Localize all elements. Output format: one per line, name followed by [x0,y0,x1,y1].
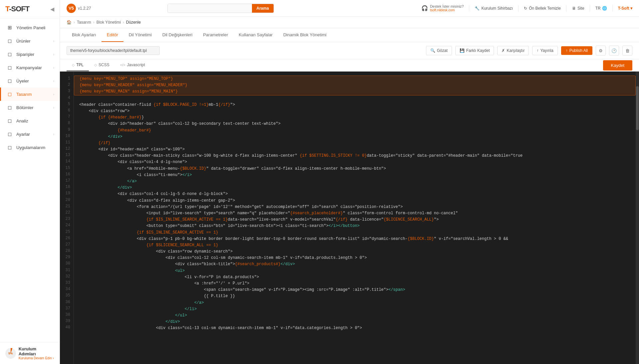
yayinla-button[interactable]: ↑ Yayınla [532,46,557,55]
sidebar-item-label: Uygulamalarım [16,145,54,150]
sidebar-item-label: Üyeler [16,79,50,84]
language-selector[interactable]: TR 🌐 [595,6,607,11]
mini-scrollbar[interactable] [636,72,639,364]
history-icon-button[interactable]: 🕐 [609,46,619,56]
chevron-right-icon: › [53,92,54,96]
tab-dil-degiskenleri[interactable]: Dil Değişkenleri [157,28,198,42]
lang-label: TR [595,6,601,11]
sidebar-item-label: Siparişler [16,52,50,57]
home-icon[interactable]: 🏠 [67,20,72,25]
breadcrumb-tasarim[interactable]: Tasarım [77,20,91,25]
wizard-icon: 🔧 [475,6,480,11]
sidebar-item-ayarlar[interactable]: ◻ Ayarlar › [0,127,60,141]
tab-parametreler[interactable]: Parametreler [198,28,233,42]
breadcrumb-sep: › [93,20,95,25]
settings-icon-button[interactable]: ⚙ [596,46,606,56]
code-content[interactable]: {menu key="MENU_TOP" assign="MENU_TOP"} … [74,72,636,364]
scrollbar-thumb[interactable] [636,86,639,130]
version-badge: V5 v1.2.27 [67,4,91,13]
setup-progress-item[interactable]: 5% Kurulum Adımları Kuruluma Devam Edin … [5,346,54,360]
sidebar-logo: T-SOFT ◀ [0,0,60,18]
support-label: Destek İster misiniz? [430,4,464,8]
search-input-wrap: Arama [167,4,274,13]
breadcrumb-current: Düzenle [126,20,141,25]
cart-icon: ◻ [6,51,13,58]
editor-page: Blok Ayarları Editör Dil Yönetimi Dil De… [60,28,639,364]
code-container[interactable]: 1234567891011121314151617181920212223242… [60,72,639,364]
breadcrumb-blok-yonetimi[interactable]: Blok Yönetimi [97,20,121,25]
setup-progress-ring: 5% [5,348,16,359]
sidebar-item-urunler[interactable]: ◻ Ürünler › [0,34,60,48]
tab-editor[interactable]: Editör [102,28,123,42]
page-content-area: 🏠 › Tasarım › Blok Yönetimi › Düzenle Bl… [60,17,639,364]
save-as-icon: 💾 [460,48,465,53]
chevron-right-icon: › [53,53,54,56]
sidebar-item-kampanyalar[interactable]: ◻ Kampanyalar › [0,61,60,74]
headset-icon: 🎧 [421,5,428,11]
sidebar-item-label: Ürünler [16,39,50,44]
cache-clear-button[interactable]: ↻ Ön Bellek Temizle [524,6,561,11]
tab-dinamik-blok[interactable]: Dinamik Blok Yönetimi [278,28,332,42]
logo: T-SOFT [5,5,29,13]
sidebar-collapse-button[interactable]: ◀ [50,6,54,12]
user-icon: ◻ [6,78,13,84]
divider [518,5,519,12]
scss-icon: ◇ [94,63,97,67]
chevron-right-icon: › [53,106,54,109]
karsilastir-button[interactable]: ✗ Karşılaştır [497,46,529,55]
upload-icon: ↑ [536,48,538,53]
sidebar-item-uygulamalarim[interactable]: ◻ Uygulamalarım [0,141,60,154]
chevron-right-icon: › [53,39,54,43]
wizard-button[interactable]: 🔧 Kurulum Sihirbazı [475,6,513,11]
breadcrumb-sep: › [123,20,124,25]
js-label: Javascript [127,63,145,67]
tab-kullanan-sayfalar[interactable]: Kullanan Sayfalar [233,28,278,42]
search-button[interactable]: Arama [252,4,274,13]
divider [566,5,566,12]
monitor-icon: 🖥 [572,6,576,11]
sidebar-item-uyeler[interactable]: ◻ Üyeler › [0,74,60,88]
cache-label: Ön Bellek Temizle [529,6,561,11]
sidebar-item-tasarim[interactable]: ◻ Tasarım › [0,88,60,101]
tab-tpl[interactable]: ◇ TPL [67,59,89,71]
tab-javascript[interactable]: </> Javascript [115,59,150,71]
chevron-right-icon: › [53,132,54,136]
farkli-kaydet-button[interactable]: 💾 Farklı Kaydet [455,46,494,55]
save-button[interactable]: Kaydet [603,60,632,71]
tab-scss[interactable]: ◇ SCSS [89,59,115,71]
topbar: V5 v1.2.27 Arama 🎧 Destek İster misiniz?… [60,0,639,17]
refresh-icon: ↻ [524,6,527,11]
chevron-right-icon: › [53,66,54,70]
gozat-label: Gözat [437,48,448,53]
gozat-button[interactable]: 🔍 Gözat [426,46,452,55]
publish-all-label: Publish All [569,48,588,53]
sidebar-item-analiz[interactable]: ◻ Analiz [0,114,60,127]
farkli-kaydet-label: Farklı Kaydet [466,48,490,53]
sidebar-item-label: Ayarlar [16,132,50,137]
v5-logo: V5 [67,4,76,13]
setup-subtitle[interactable]: Kuruluma Devam Edin › [19,356,54,360]
delete-icon-button[interactable]: 🗑 [622,46,632,56]
chart-icon: ◻ [6,117,13,124]
sidebar-item-yonetim-paneli[interactable]: ⊞ Yönetim Paneli [0,21,60,34]
tpl-icon: ◇ [72,63,75,67]
tab-blok-ayarlari[interactable]: Blok Ayarları [67,28,102,42]
design-icon: ◻ [6,91,13,97]
support-site: tsoft.nildesk.com [430,8,464,12]
site-button[interactable]: 🖥 Site [572,6,584,11]
support-text: Destek İster misiniz? tsoft.nildesk.com [430,4,464,12]
sidebar-item-bolumler[interactable]: ◻ Bölümler › [0,101,60,114]
editor-tabs-left: ◇ TPL ◇ SCSS </> Javascript [67,59,150,71]
line-numbers: 1234567891011121314151617181920212223242… [60,72,74,364]
search-input[interactable] [168,4,252,13]
site-label: Site [577,6,584,11]
tab-dil-yonetimi[interactable]: Dil Yönetimi [123,28,157,42]
editor-type-tabs: ◇ TPL ◇ SCSS </> Javascript Kaydet [60,59,639,72]
publish-all-button[interactable]: ↑ Publish All [561,46,592,55]
sidebar-item-siparisler[interactable]: ◻ Siparişler › [0,48,60,61]
tag-icon: ◻ [6,64,13,71]
sidebar: T-SOFT ◀ ⊞ Yönetim Paneli ◻ Ürünler › ◻ … [0,0,60,364]
chevron-right-icon: › [53,79,54,83]
scss-label: SCSS [99,63,109,67]
user-menu[interactable]: T-Soft ▾ [618,6,632,11]
